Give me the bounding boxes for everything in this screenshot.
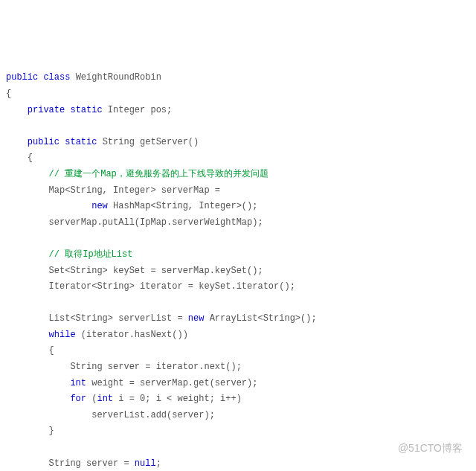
code-line: Map<String, Integer> serverMap = xyxy=(6,185,225,196)
brace: } xyxy=(6,426,54,436)
comment: // 取得Ip地址List xyxy=(49,249,133,260)
keyword-public: public xyxy=(28,137,60,147)
code-text: i = 0; i < weight; i++) xyxy=(113,394,242,404)
brace: { xyxy=(6,345,54,356)
keyword-private: private xyxy=(28,105,65,115)
code-text: weight = serverMap.get(server); xyxy=(86,378,257,388)
indent xyxy=(6,249,49,260)
code-line: serverMap.putAll(IpMap.serverWeightMap); xyxy=(6,217,263,228)
keyword-new: new xyxy=(188,313,205,324)
method-sig: String getServer() xyxy=(97,137,199,147)
code-text: ArrayList<String>(); xyxy=(204,313,316,324)
keyword-new: new xyxy=(91,201,108,211)
code-line: serverList.add(server); xyxy=(6,410,215,420)
indent xyxy=(6,137,28,147)
code-text: ( xyxy=(86,394,97,404)
code-text: (iterator.hasNext()) xyxy=(76,330,188,340)
brace: { xyxy=(6,89,11,99)
keyword-int: int xyxy=(70,378,86,388)
code-text: String server = xyxy=(6,458,135,469)
class-name: WeightRoundRobin xyxy=(70,72,161,83)
indent xyxy=(6,378,70,388)
field-decl: Integer pos; xyxy=(103,105,173,115)
brace: { xyxy=(6,153,33,163)
indent xyxy=(6,394,70,404)
code-text: ; xyxy=(156,458,161,469)
keyword-static: static xyxy=(70,105,102,115)
keyword-class: class xyxy=(43,72,70,83)
indent xyxy=(6,105,28,115)
code-line: String server = iterator.next(); xyxy=(6,362,242,372)
keyword-for: for xyxy=(70,394,86,404)
keyword-static: static xyxy=(65,137,97,147)
indent xyxy=(6,330,49,340)
code-block: public class WeightRoundRobin { private … xyxy=(6,70,470,471)
code-text: HashMap<String, Integer>(); xyxy=(108,201,258,211)
code-line: Iterator<String> iterator = keySet.itera… xyxy=(6,281,295,292)
comment: // 重建一个Map，避免服务器的上下线导致的并发问题 xyxy=(49,169,268,179)
code-line: Set<String> keySet = serverMap.keySet(); xyxy=(6,266,263,276)
keyword-public: public xyxy=(6,72,38,83)
code-text: List<String> serverList = xyxy=(6,313,188,324)
keyword-null: null xyxy=(135,458,156,469)
indent xyxy=(6,169,49,179)
keyword-while: while xyxy=(49,330,76,340)
keyword-int: int xyxy=(97,394,113,404)
indent xyxy=(6,201,91,211)
